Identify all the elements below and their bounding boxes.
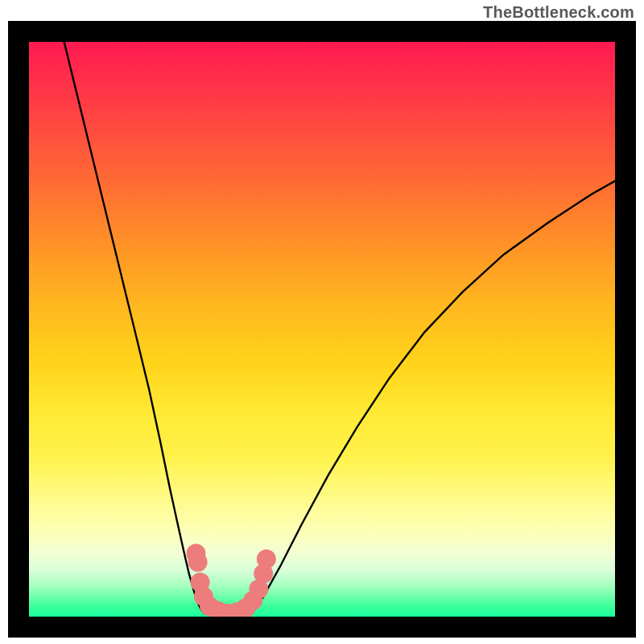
chart-container: TheBottleneck.com [0,0,644,644]
marker-dot [188,552,208,572]
watermark-text: TheBottleneck.com [483,3,634,22]
curve-layer [29,42,615,617]
v-curve [64,42,615,617]
chart-outer-frame [8,21,636,638]
plot-area [29,42,615,617]
marker-dot [257,550,276,569]
